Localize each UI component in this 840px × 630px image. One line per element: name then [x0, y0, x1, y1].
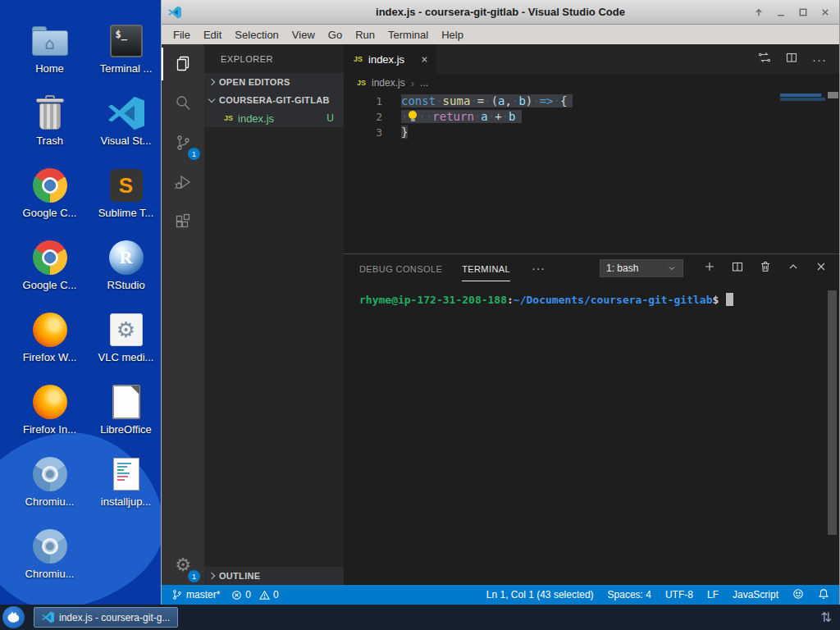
- problems-indicator[interactable]: 0 0: [231, 589, 278, 600]
- vscode-window: index.js - coursera-git-gitlab - Visual …: [161, 0, 840, 605]
- tab-indexjs[interactable]: JS index.js: [344, 44, 436, 74]
- open-changes-icon[interactable]: [758, 51, 771, 67]
- desktop-icon-label: VLC medi...: [98, 351, 154, 363]
- code-editor[interactable]: 1 const·suma·=·(a,·b)·=>·{ 2 ···return·a…: [344, 92, 839, 253]
- menu-view[interactable]: View: [285, 27, 322, 43]
- encoding-indicator[interactable]: UTF-8: [665, 589, 693, 600]
- breadcrumb[interactable]: JS index.js › ...: [344, 74, 839, 92]
- menu-edit[interactable]: Edit: [197, 27, 228, 43]
- explorer-sidebar: EXPLORER OPEN EDITORS COURSERA-GIT-GITLA…: [204, 44, 344, 585]
- maximize-panel-icon[interactable]: [787, 260, 800, 276]
- explorer-activity-icon[interactable]: [162, 44, 204, 84]
- line-number: 3: [344, 125, 395, 140]
- maximize-window-button[interactable]: [797, 6, 809, 18]
- chevron-down-icon: [208, 95, 215, 102]
- lightbulb-icon[interactable]: [408, 110, 418, 122]
- open-editors-section[interactable]: OPEN EDITORS: [204, 73, 344, 91]
- tab-terminal[interactable]: TERMINAL: [462, 256, 510, 281]
- menu-help[interactable]: Help: [435, 27, 470, 43]
- file-tree-item-indexjs[interactable]: JS index.js U: [204, 109, 344, 127]
- desktop-icon-chrome[interactable]: Google C...: [11, 166, 88, 238]
- trash-icon: [30, 95, 70, 131]
- desktop-icon-chrome-2[interactable]: Google C...: [11, 238, 88, 310]
- outline-section[interactable]: OUTLINE: [204, 567, 344, 585]
- chevron-right-icon: [208, 573, 215, 579]
- search-activity-icon[interactable]: [162, 84, 204, 123]
- taskbar-window-button[interactable]: index.js - coursera-git-g...: [34, 607, 178, 628]
- desktop-icon-firefox-2[interactable]: Firefox In...: [11, 382, 88, 454]
- panel-header: DEBUG CONSOLE TERMINAL ··· 1: bash: [344, 254, 839, 282]
- applications-menu-icon[interactable]: [2, 606, 25, 628]
- editor-scrollbar[interactable]: [828, 92, 838, 98]
- desktop-icon-chromium[interactable]: Chromiu...: [11, 454, 88, 527]
- split-terminal-icon[interactable]: [731, 260, 744, 276]
- desktop-icon-terminal[interactable]: $_ Terminal ...: [88, 21, 164, 94]
- chromium-icon: [33, 457, 67, 491]
- desktop-icon-label: installjup...: [101, 495, 151, 508]
- desktop-icon-vlc[interactable]: ⚙ VLC medi...: [88, 310, 164, 382]
- run-debug-activity-icon[interactable]: [162, 162, 204, 202]
- indentation-indicator[interactable]: Spaces: 4: [608, 589, 651, 600]
- project-section[interactable]: COURSERA-GIT-GITLAB: [204, 91, 344, 109]
- close-window-button[interactable]: [819, 6, 831, 18]
- desktop-icon-installjupyter[interactable]: installjup...: [88, 454, 164, 527]
- gear-icon: ⚙: [110, 313, 143, 346]
- manage-badge: 1: [188, 570, 200, 582]
- document-icon: [112, 385, 140, 419]
- git-untracked-badge: U: [326, 112, 334, 124]
- desktop-icon-rstudio[interactable]: R RStudio: [88, 238, 164, 310]
- desktop-icon-trash[interactable]: Trash: [11, 94, 88, 166]
- notifications-bell-icon[interactable]: [818, 588, 829, 602]
- new-terminal-icon[interactable]: [703, 260, 716, 276]
- menu-go[interactable]: Go: [322, 27, 349, 43]
- desktop-icon-label: Google C...: [23, 279, 77, 291]
- menu-file[interactable]: File: [167, 27, 197, 43]
- terminal-output[interactable]: rhyme@ip-172-31-208-188:~/Documents/cour…: [344, 282, 839, 585]
- breadcrumb-separator: ›: [411, 77, 414, 89]
- terminal-scrollbar[interactable]: [828, 290, 837, 535]
- close-panel-icon[interactable]: [815, 260, 828, 276]
- desktop-icon-label: Trash: [36, 135, 63, 147]
- cursor-position-indicator[interactable]: Ln 1, Col 1 (43 selected): [486, 589, 594, 600]
- desktop-icon-home[interactable]: ⌂ Home: [11, 21, 88, 94]
- tab-debug-console[interactable]: DEBUG CONSOLE: [359, 256, 442, 281]
- desktop-icon-libreoffice[interactable]: LibreOffice: [88, 382, 164, 454]
- desktop-icon-chromium-2[interactable]: Chromiu...: [11, 527, 88, 599]
- code-line-3[interactable]: 3 }: [344, 125, 839, 140]
- shade-window-button[interactable]: [752, 6, 765, 18]
- vscode-logo-icon: [108, 95, 144, 131]
- language-mode-indicator[interactable]: JavaScript: [733, 589, 778, 600]
- git-branch-indicator[interactable]: master*: [171, 589, 220, 600]
- terminal-select-dropdown[interactable]: 1: bash: [600, 259, 683, 277]
- js-file-icon: JS: [224, 114, 233, 122]
- workspace-switcher-icon[interactable]: ⇅: [821, 609, 832, 625]
- panel-more-tabs-icon[interactable]: ···: [530, 262, 546, 275]
- source-control-activity-icon[interactable]: 1: [162, 123, 204, 162]
- menu-terminal[interactable]: Terminal: [381, 27, 435, 43]
- kill-terminal-icon[interactable]: [759, 260, 772, 276]
- eol-indicator[interactable]: LF: [707, 589, 719, 600]
- close-tab-icon[interactable]: [419, 54, 430, 65]
- title-bar[interactable]: index.js - coursera-git-gitlab - Visual …: [162, 0, 839, 25]
- split-editor-icon[interactable]: [785, 51, 798, 67]
- desktop-icon-label: Terminal ...: [100, 62, 153, 75]
- minimize-window-button[interactable]: [774, 6, 787, 18]
- menu-selection[interactable]: Selection: [228, 27, 285, 43]
- desktop-icon-firefox[interactable]: Firefox W...: [11, 310, 88, 382]
- desktop-icon-label: Firefox In...: [23, 423, 76, 436]
- manage-gear-icon[interactable]: ⚙ 1: [162, 546, 204, 585]
- chevron-right-icon: [208, 79, 215, 85]
- minimap[interactable]: [780, 94, 825, 101]
- editor-more-actions-icon[interactable]: ···: [812, 52, 827, 66]
- feedback-smiley-icon[interactable]: [792, 588, 804, 602]
- scm-badge: 1: [188, 148, 200, 160]
- code-line-2[interactable]: 2 ···return·a·+·b: [344, 109, 839, 125]
- desktop-icon-sublime[interactable]: S Sublime T...: [88, 166, 164, 238]
- desktop-icon-label: Home: [35, 62, 64, 75]
- code-line-1[interactable]: 1 const·suma·=·(a,·b)·=>·{: [344, 94, 839, 109]
- menu-run[interactable]: Run: [349, 27, 381, 43]
- warning-icon: [259, 590, 270, 600]
- desktop-icon-vscode[interactable]: Visual St...: [88, 94, 164, 166]
- extensions-activity-icon[interactable]: [162, 202, 204, 241]
- firefox-icon: [33, 313, 67, 347]
